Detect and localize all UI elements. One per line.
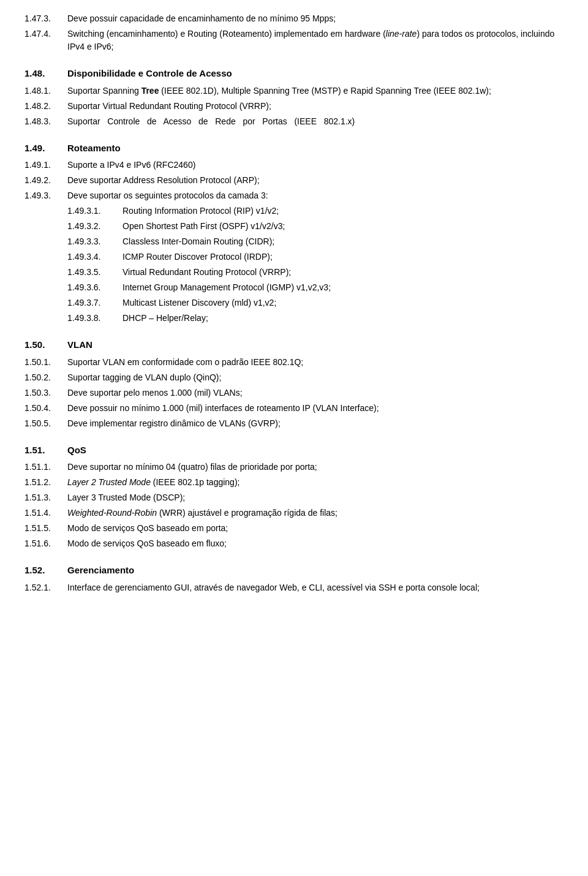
item-149-1: 1.49.1. Suporte a IPv4 e IPv6 (RFC2460) [24, 159, 564, 172]
item-num-149-3-5: 1.49.3.5. [67, 266, 123, 279]
section-title-151: QoS [67, 444, 86, 458]
item-text-151-6: Modo de serviços QoS baseado em fluxo; [67, 537, 564, 550]
item-147-3: 1.47.3. Deve possuir capacidade de encam… [24, 12, 564, 25]
item-149-3-7: 1.49.3.7. Multicast Listener Discovery (… [24, 296, 564, 309]
item-num-150-5: 1.50.5. [24, 417, 67, 430]
item-text-149-3-4: ICMP Router Discover Protocol (IRDP); [123, 251, 564, 263]
item-num-149-3: 1.49.3. [24, 189, 67, 202]
item-151-3: 1.51.3. Layer 3 Trusted Mode (DSCP); [24, 491, 564, 504]
item-num-149-3-1: 1.49.3.1. [67, 205, 123, 217]
section-header-150: 1.50. VLAN [24, 338, 564, 352]
section-num-148: 1.48. [24, 67, 67, 81]
item-149-3-4: 1.49.3.4. ICMP Router Discover Protocol … [24, 251, 564, 263]
item-text-147-3: Deve possuir capacidade de encaminhament… [67, 12, 564, 25]
item-150-5: 1.50.5. Deve implementar registro dinâmi… [24, 417, 564, 430]
item-text-149-3-5: Virtual Redundant Routing Protocol (VRRP… [123, 266, 564, 279]
section-num-150: 1.50. [24, 338, 67, 352]
item-num-150-3: 1.50.3. [24, 387, 67, 399]
item-num-149-3-7: 1.49.3.7. [67, 296, 123, 309]
item-num-148-2: 1.48.2. [24, 100, 67, 113]
item-151-1: 1.51.1. Deve suportar no mínimo 04 (quat… [24, 461, 564, 474]
item-num-149-3-6: 1.49.3.6. [67, 281, 123, 294]
item-148-2: 1.48.2. Suportar Virtual Redundant Routi… [24, 100, 564, 113]
item-text-150-4: Deve possuir no mínimo 1.000 (mil) inter… [67, 402, 564, 415]
item-num-148-1: 1.48.1. [24, 85, 67, 97]
item-text-149-3-2: Open Shortest Path First (OSPF) v1/v2/v3… [123, 220, 564, 233]
item-num-147-4: 1.47.4. [24, 28, 67, 40]
item-text-150-3: Deve suportar pelo menos 1.000 (mil) VLA… [67, 387, 564, 399]
item-text-151-5: Modo de serviços QoS baseado em porta; [67, 522, 564, 535]
item-num-149-3-2: 1.49.3.2. [67, 220, 123, 233]
item-num-150-2: 1.50.2. [24, 371, 67, 384]
item-text-147-4: Switching (encaminhamento) e Routing (Ro… [67, 28, 564, 53]
item-150-4: 1.50.4. Deve possuir no mínimo 1.000 (mi… [24, 402, 564, 415]
item-152-1: 1.52.1. Interface de gerenciamento GUI, … [24, 581, 564, 594]
section-header-152: 1.52. Gerenciamento [24, 564, 564, 578]
item-text-151-4: Weighted-Round-Robin (WRR) ajustável e p… [67, 507, 564, 519]
item-num-149-3-8: 1.49.3.8. [67, 312, 123, 325]
item-text-148-1: Suportar Spanning Tree (IEEE 802.1D), Mu… [67, 85, 564, 97]
item-text-150-1: Suportar VLAN em conformidade com o padr… [67, 356, 564, 369]
item-148-1: 1.48.1. Suportar Spanning Tree (IEEE 802… [24, 85, 564, 97]
item-text-149-3-3: Classless Inter-Domain Routing (CIDR); [123, 235, 564, 248]
section-num-152: 1.52. [24, 564, 67, 578]
item-149-3-1: 1.49.3.1. Routing Information Protocol (… [24, 205, 564, 217]
item-151-6: 1.51.6. Modo de serviços QoS baseado em … [24, 537, 564, 550]
item-num-151-3: 1.51.3. [24, 491, 67, 504]
item-149-3-5: 1.49.3.5. Virtual Redundant Routing Prot… [24, 266, 564, 279]
item-num-151-1: 1.51.1. [24, 461, 67, 474]
item-147-4: 1.47.4. Switching (encaminhamento) e Rou… [24, 28, 564, 53]
item-num-151-4: 1.51.4. [24, 507, 67, 519]
item-151-4: 1.51.4. Weighted-Round-Robin (WRR) ajust… [24, 507, 564, 519]
item-text-150-5: Deve implementar registro dinâmico de VL… [67, 417, 564, 430]
section-num-151: 1.51. [24, 444, 67, 458]
item-151-5: 1.51.5. Modo de serviços QoS baseado em … [24, 522, 564, 535]
item-text-149-3: Deve suportar os seguintes protocolos da… [67, 189, 564, 202]
item-num-152-1: 1.52.1. [24, 581, 67, 594]
item-text-149-3-8: DHCP – Helper/Relay; [123, 312, 564, 325]
item-num-149-2: 1.49.2. [24, 174, 67, 187]
item-text-148-3: Suportar Controle de Acesso de Rede por … [67, 115, 564, 128]
section-title-152: Gerenciamento [67, 564, 134, 578]
item-text-149-3-6: Internet Group Management Protocol (IGMP… [123, 281, 564, 294]
item-num-148-3: 1.48.3. [24, 115, 67, 128]
item-text-149-1: Suporte a IPv4 e IPv6 (RFC2460) [67, 159, 564, 172]
item-text-149-2: Deve suportar Address Resolution Protoco… [67, 174, 564, 187]
item-num-147-3: 1.47.3. [24, 12, 67, 25]
item-150-3: 1.50.3. Deve suportar pelo menos 1.000 (… [24, 387, 564, 399]
section-title-148: Disponibilidade e Controle de Acesso [67, 67, 232, 81]
item-text-148-2: Suportar Virtual Redundant Routing Proto… [67, 100, 564, 113]
section-title-149: Roteamento [67, 142, 121, 156]
item-num-149-3-3: 1.49.3.3. [67, 235, 123, 248]
document-content: 1.47.3. Deve possuir capacidade de encam… [24, 12, 564, 594]
item-149-3-6: 1.49.3.6. Internet Group Management Prot… [24, 281, 564, 294]
item-num-151-2: 1.51.2. [24, 476, 67, 489]
item-149-3-3: 1.49.3.3. Classless Inter-Domain Routing… [24, 235, 564, 248]
item-150-2: 1.50.2. Suportar tagging de VLAN duplo (… [24, 371, 564, 384]
item-text-149-3-1: Routing Information Protocol (RIP) v1/v2… [123, 205, 564, 217]
item-149-3-8: 1.49.3.8. DHCP – Helper/Relay; [24, 312, 564, 325]
item-num-151-5: 1.51.5. [24, 522, 67, 535]
item-text-151-1: Deve suportar no mínimo 04 (quatro) fila… [67, 461, 564, 474]
section-num-149: 1.49. [24, 142, 67, 156]
item-text-150-2: Suportar tagging de VLAN duplo (QinQ); [67, 371, 564, 384]
item-num-150-4: 1.50.4. [24, 402, 67, 415]
section-title-150: VLAN [67, 338, 92, 352]
item-151-2: 1.51.2. Layer 2 Trusted Mode (IEEE 802.1… [24, 476, 564, 489]
item-150-1: 1.50.1. Suportar VLAN em conformidade co… [24, 356, 564, 369]
item-num-149-3-4: 1.49.3.4. [67, 251, 123, 263]
item-num-151-6: 1.51.6. [24, 537, 67, 550]
item-num-150-1: 1.50.1. [24, 356, 67, 369]
item-149-3-2: 1.49.3.2. Open Shortest Path First (OSPF… [24, 220, 564, 233]
item-148-3: 1.48.3. Suportar Controle de Acesso de R… [24, 115, 564, 128]
item-149-3: 1.49.3. Deve suportar os seguintes proto… [24, 189, 564, 202]
section-header-148: 1.48. Disponibilidade e Controle de Aces… [24, 67, 564, 81]
item-num-149-1: 1.49.1. [24, 159, 67, 172]
item-text-151-3: Layer 3 Trusted Mode (DSCP); [67, 491, 564, 504]
item-149-2: 1.49.2. Deve suportar Address Resolution… [24, 174, 564, 187]
item-text-149-3-7: Multicast Listener Discovery (mld) v1,v2… [123, 296, 564, 309]
item-text-152-1: Interface de gerenciamento GUI, através … [67, 581, 564, 594]
section-header-151: 1.51. QoS [24, 444, 564, 458]
item-text-151-2: Layer 2 Trusted Mode (IEEE 802.1p taggin… [67, 476, 564, 489]
section-header-149: 1.49. Roteamento [24, 142, 564, 156]
